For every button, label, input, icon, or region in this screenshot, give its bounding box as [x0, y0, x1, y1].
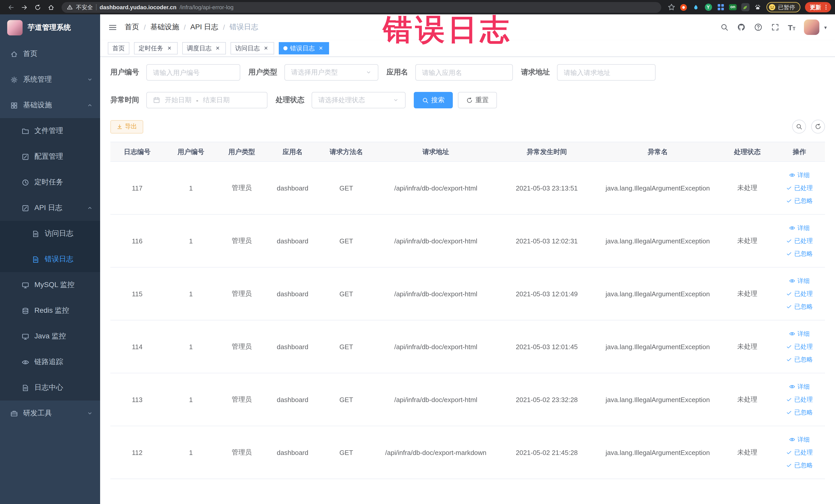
sidebar-collapse-icon[interactable] — [108, 23, 117, 32]
breadcrumb-item[interactable]: 首页 — [125, 23, 139, 32]
toggle-search-button[interactable] — [792, 120, 806, 134]
browser-update-button[interactable]: 更新 — [805, 2, 831, 12]
ignored-link-icon — [786, 462, 792, 468]
breadcrumb-item[interactable]: 基础设施 — [150, 23, 179, 32]
github-icon[interactable] — [737, 23, 746, 31]
column-header: 异常发生时间 — [498, 142, 595, 161]
cell-method: GET — [319, 320, 373, 373]
detail-link[interactable]: 详细 — [776, 275, 823, 287]
processed-link-icon — [786, 344, 792, 350]
export-button[interactable]: 导出 — [110, 120, 143, 133]
tab-item-3[interactable]: 访问日志× — [230, 42, 274, 55]
user-id-input[interactable] — [146, 64, 240, 81]
sidebar-item-11[interactable]: Java 监控 — [0, 323, 100, 349]
user-type-placeholder: 请选择用户类型 — [291, 68, 338, 77]
ignored-link-icon — [786, 198, 792, 204]
ignored-link-icon — [786, 250, 792, 257]
search-icon[interactable] — [720, 23, 729, 31]
sidebar-item-14[interactable]: 研发工具 — [0, 401, 100, 426]
browser-back-button[interactable] — [5, 2, 16, 13]
font-size-icon[interactable]: TT — [788, 23, 795, 31]
bookmark-star-icon[interactable] — [667, 3, 675, 11]
start-date-placeholder: 开始日期 — [165, 96, 191, 105]
ignored-link[interactable]: 已忽略 — [776, 459, 823, 472]
app-name-input[interactable] — [415, 64, 513, 81]
sidebar-item-label: Java 监控 — [34, 332, 66, 341]
browser-forward-button[interactable] — [19, 2, 30, 13]
breadcrumb-item[interactable]: API 日志 — [190, 23, 219, 32]
search-button[interactable]: 搜索 — [414, 92, 453, 108]
kebab-menu-icon[interactable] — [823, 4, 829, 10]
fullscreen-icon[interactable] — [771, 23, 779, 31]
extension-icon-paw[interactable] — [753, 3, 762, 12]
tags-view-bar: 首页定时任务×调度日志×访问日志×错误日志× — [100, 40, 835, 57]
tab-close-icon[interactable]: × — [317, 45, 324, 52]
user-avatar[interactable] — [804, 20, 820, 35]
ignored-link[interactable]: 已忽略 — [776, 300, 823, 313]
sidebar-item-8[interactable]: 错误日志 — [0, 246, 100, 272]
detail-link[interactable]: 详细 — [776, 380, 823, 393]
sidebar-item-2[interactable]: 基础设施 — [0, 93, 100, 118]
folder-icon — [22, 127, 29, 135]
extension-icon-y[interactable]: Y — [704, 3, 713, 12]
omnibox-divider — [96, 4, 97, 10]
processed-link[interactable]: 已处理 — [776, 287, 823, 300]
tab-close-icon[interactable]: × — [166, 45, 173, 52]
exception-time-label: 异常时间 — [110, 96, 146, 105]
tab-item-2[interactable]: 调度日志× — [182, 42, 226, 55]
sidebar-item-0[interactable]: 首页 — [0, 41, 100, 67]
clock-icon — [22, 178, 29, 186]
sidebar-item-4[interactable]: 配置管理 — [0, 144, 100, 169]
ignored-link[interactable]: 已忽略 — [776, 406, 823, 419]
extension-icon-on-badge[interactable]: on — [728, 3, 737, 12]
detail-link[interactable]: 详细 — [776, 327, 823, 340]
address-bar[interactable]: 不安全 dashboard.yudao.iocoder.cn /infra/lo… — [62, 2, 661, 13]
user-type-select[interactable]: 请选择用户类型 — [284, 64, 378, 81]
refresh-table-button[interactable] — [811, 120, 825, 134]
avatar-caret-down-icon[interactable]: ▾ — [824, 24, 827, 30]
extension-icon-drop[interactable] — [691, 3, 700, 12]
reset-button[interactable]: 重置 — [458, 92, 497, 108]
request-url-input[interactable] — [557, 64, 656, 81]
help-icon[interactable] — [754, 23, 762, 31]
sidebar-item-7[interactable]: 访问日志 — [0, 221, 100, 246]
tab-item-0[interactable]: 首页 — [108, 42, 129, 55]
browser-home-button[interactable] — [45, 2, 57, 13]
sidebar-item-3[interactable]: 文件管理 — [0, 118, 100, 144]
cell-app: dashboard — [266, 161, 319, 215]
extension-icon-orange[interactable] — [679, 3, 688, 12]
processed-link[interactable]: 已处理 — [776, 446, 823, 459]
process-status-select[interactable]: 请选择处理状态 — [312, 92, 406, 108]
sidebar-item-9[interactable]: MySQL 监控 — [0, 272, 100, 298]
sidebar-item-13[interactable]: 日志中心 — [0, 375, 100, 401]
processed-link[interactable]: 已处理 — [776, 235, 823, 247]
chevron-up-icon — [87, 205, 93, 211]
tab-close-icon[interactable]: × — [262, 45, 269, 52]
processed-link[interactable]: 已处理 — [776, 340, 823, 353]
browser-reload-button[interactable] — [32, 2, 43, 13]
sidebar-item-1[interactable]: 系统管理 — [0, 67, 100, 93]
ignored-link[interactable]: 已忽略 — [776, 194, 823, 207]
processed-link[interactable]: 已处理 — [776, 393, 823, 406]
cell-exception: java.lang.IllegalArgumentException — [595, 267, 720, 320]
action-label: 详细 — [797, 169, 810, 182]
doc-icon — [32, 230, 40, 238]
detail-link[interactable]: 详细 — [776, 433, 823, 446]
processed-link[interactable]: 已处理 — [776, 182, 823, 194]
tab-close-icon[interactable]: × — [214, 45, 221, 52]
sidebar-item-label: API 日志 — [34, 203, 62, 213]
sidebar-item-10[interactable]: Redis 监控 — [0, 298, 100, 323]
tab-item-1[interactable]: 定时任务× — [134, 42, 178, 55]
profile-chip-sync-paused[interactable]: 已暂停 — [766, 2, 800, 12]
detail-link[interactable]: 详细 — [776, 169, 823, 182]
extension-icon-grid[interactable] — [716, 3, 725, 12]
sidebar-item-5[interactable]: 定时任务 — [0, 169, 100, 195]
exception-time-range-picker[interactable]: 开始日期 - 结束日期 — [146, 92, 267, 108]
sidebar-item-6[interactable]: API 日志 — [0, 195, 100, 221]
detail-link[interactable]: 详细 — [776, 222, 823, 235]
extension-icon-leaf[interactable] — [740, 3, 750, 12]
ignored-link[interactable]: 已忽略 — [776, 247, 823, 260]
sidebar-item-12[interactable]: 链路追踪 — [0, 349, 100, 375]
ignored-link[interactable]: 已忽略 — [776, 353, 823, 366]
tab-item-4[interactable]: 错误日志× — [279, 42, 329, 55]
